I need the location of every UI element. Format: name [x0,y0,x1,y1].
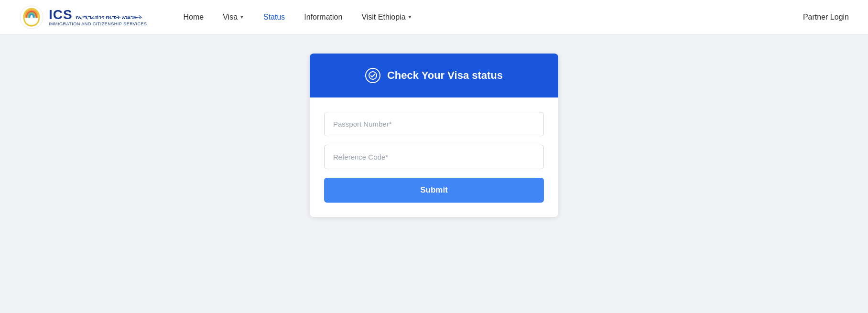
brand-amharic: የኢሚግሬሽንና የዜግነት አገልግሎት [76,14,142,21]
submit-button[interactable]: Submit [324,178,544,203]
main-content: Check Your Visa status Submit [0,34,868,313]
brand-text-group: ICS የኢሚግሬሽንና የዜግነት አገልግሎት IMMIGRATION AN… [49,8,147,26]
passport-number-input[interactable] [324,112,544,136]
visa-status-card: Check Your Visa status Submit [310,54,558,217]
brand-subtitle: IMMIGRATION AND CITIZENSHIP SERVICES [49,22,147,26]
card-header-title: Check Your Visa status [387,69,503,82]
navbar: ICS የኢሚግሬሽንና የዜግነት አገልግሎት IMMIGRATION AN… [0,0,868,34]
checkmark-svg [369,71,377,80]
reference-code-input[interactable] [324,145,544,169]
nav-visit-ethiopia[interactable]: Visit Ethiopia ▼ [354,9,420,25]
nav-home[interactable]: Home [176,9,212,25]
brand-ics-label: ICS [49,8,73,22]
nav-information[interactable]: Information [296,9,350,25]
nav-status[interactable]: Status [256,9,293,25]
visa-dropdown-arrow-icon: ▼ [239,14,244,20]
brand-logo[interactable]: ICS የኢሚግሬሽንና የዜግነት አገልግሎት IMMIGRATION AN… [19,5,147,30]
nav-visa[interactable]: Visa ▼ [215,9,252,25]
visit-dropdown-arrow-icon: ▼ [408,14,412,20]
ics-logo-icon [19,5,44,30]
nav-partner-login[interactable]: Partner Login [803,13,849,22]
check-circle-icon [365,68,380,83]
nav-links: Home Visa ▼ Status Information Visit Eth… [176,9,803,25]
card-body: Submit [310,97,558,217]
card-header: Check Your Visa status [310,54,558,97]
